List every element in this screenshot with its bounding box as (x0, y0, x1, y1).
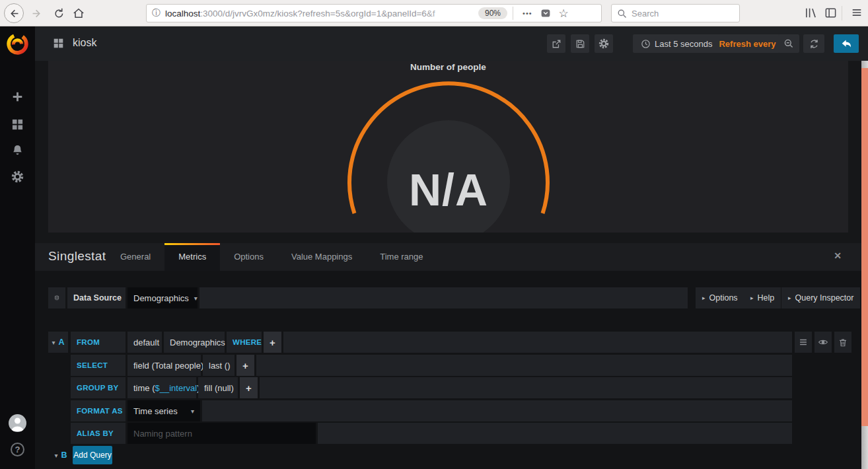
grafana-sidebar: ? (0, 26, 35, 469)
dashboard-grid-icon[interactable] (53, 38, 64, 52)
share-icon[interactable] (547, 34, 565, 53)
row-eye-icon[interactable] (814, 332, 832, 353)
tab-general[interactable]: General (106, 243, 164, 271)
refresh-interval-label: Refresh every 5s (719, 39, 787, 49)
chevron-right-icon: ▸ (702, 295, 705, 301)
alias-by-field[interactable] (127, 423, 316, 444)
create-plus-icon[interactable] (0, 85, 35, 108)
editor-heading: Singlestat (48, 249, 106, 264)
select-add-icon[interactable]: + (236, 355, 254, 376)
search-icon (617, 9, 627, 18)
chevron-down-icon: ▾ (54, 452, 57, 459)
from-label: FROM (71, 332, 126, 353)
from-filler (283, 332, 792, 353)
library-icon[interactable] (805, 7, 817, 22)
select-label: SELECT (71, 355, 126, 376)
settings-gear-icon[interactable] (595, 34, 613, 53)
select-filler (256, 355, 792, 376)
editor-tabs: General Metrics Options Value Mappings T… (106, 243, 437, 271)
format-as-filler (202, 400, 792, 421)
grafana-logo[interactable] (5, 32, 30, 56)
datasource-db-icon (48, 287, 65, 308)
back-to-dashboard-icon[interactable] (834, 34, 859, 53)
pocket-icon[interactable] (540, 8, 551, 18)
datasource-filler (199, 287, 688, 308)
group-by-add-icon[interactable]: + (240, 377, 258, 398)
query-inspector-button[interactable]: ▸ Query Inspector (781, 287, 860, 308)
dashboard-navbar: kiosk Last 5 seconds Refresh every 5s (35, 26, 868, 61)
sidebars-icon[interactable] (824, 7, 837, 22)
chevron-down-icon: ▾ (52, 339, 55, 346)
zoom-out-icon[interactable] (778, 34, 799, 53)
user-avatar[interactable] (9, 414, 26, 432)
time-picker[interactable]: Last 5 seconds Refresh every 5s (633, 34, 796, 53)
where-add-icon[interactable]: + (264, 332, 281, 353)
scrollbar-thumb[interactable] (861, 68, 868, 426)
dashboard-scroll-area: Number of people N/A Singlestat General … (35, 61, 868, 469)
search-input[interactable] (632, 9, 724, 18)
chevron-right-icon: ▸ (750, 295, 754, 301)
group-by-filler (260, 377, 792, 398)
row-menu-icon[interactable] (795, 332, 812, 353)
from-policy[interactable]: default (127, 332, 162, 353)
help-button[interactable]: ▸ Help (744, 287, 781, 308)
query-a-collapse[interactable]: ▾ A (48, 332, 68, 353)
group-by-fill[interactable]: fill (null) (198, 377, 238, 398)
bookmark-star-icon[interactable]: ☆ (559, 7, 569, 20)
query-ref-letter: A (59, 338, 65, 347)
chevron-down-icon: ▾ (194, 295, 198, 302)
clock-icon (641, 39, 651, 49)
reload-icon[interactable] (49, 3, 69, 23)
select-aggregation[interactable]: last () (203, 355, 235, 376)
browser-toolbar: ⓘ localhost:3000/d/jvrvGx0mz/kiosk?refre… (0, 0, 868, 26)
tab-time-range[interactable]: Time range (366, 243, 437, 271)
tab-value-mappings[interactable]: Value Mappings (277, 243, 366, 271)
chevron-right-icon: ▸ (788, 295, 791, 301)
browser-search[interactable] (611, 4, 740, 22)
format-as-label: FORMAT AS (71, 400, 126, 421)
add-query-button[interactable]: Add Query (73, 446, 112, 464)
format-as-select[interactable]: Time series ▾ (127, 400, 200, 421)
alias-by-input[interactable] (133, 429, 305, 439)
url-fade (423, 9, 476, 18)
grafana-app: ? kiosk Last 5 seconds Refresh every 5s (0, 26, 868, 469)
where-label[interactable]: WHERE (227, 332, 262, 353)
query-ref-letter: B (61, 451, 67, 460)
refresh-icon[interactable] (803, 34, 824, 53)
gauge-value: N/A (316, 164, 581, 215)
datasource-select[interactable]: Demographics ▾ (127, 287, 198, 308)
row-trash-icon[interactable] (834, 332, 851, 353)
configuration-gear-icon[interactable] (0, 165, 35, 188)
from-measurement[interactable]: Demographics (164, 332, 225, 353)
zoom-level-badge[interactable]: 90% (478, 7, 507, 19)
alias-by-label: ALIAS BY (71, 423, 126, 444)
site-info-icon[interactable]: ⓘ (152, 7, 161, 19)
tab-metrics[interactable]: Metrics (164, 243, 220, 271)
datasource-label: Data Source (67, 287, 126, 308)
forward-icon[interactable] (26, 3, 46, 23)
alerting-bell-icon[interactable] (0, 139, 35, 161)
dashboards-grid-icon[interactable] (0, 113, 35, 135)
dashboard-title[interactable]: kiosk (73, 37, 96, 49)
alias-by-filler (318, 423, 792, 444)
back-icon[interactable] (4, 3, 24, 23)
save-icon[interactable] (571, 34, 589, 53)
page-scrollbar[interactable] (861, 61, 868, 469)
page-actions-icon[interactable]: ••• (523, 9, 532, 17)
url-text: localhost:3000/d/jvrvGx0mz/kiosk?refresh… (165, 9, 476, 18)
group-by-time[interactable]: time ($__interval) (127, 377, 196, 398)
group-by-label: GROUP BY (71, 377, 126, 398)
menu-icon[interactable] (851, 7, 863, 21)
time-range-label: Last 5 seconds (655, 39, 712, 49)
close-editor-icon[interactable]: ✕ (834, 250, 842, 261)
help-icon[interactable]: ? (11, 443, 24, 456)
select-field[interactable]: field (Total people) (127, 355, 201, 376)
query-b-collapse[interactable]: ▾ B (48, 446, 68, 464)
panel-editor-header: Singlestat General Metrics Options Value… (35, 243, 868, 271)
home-icon[interactable] (69, 3, 89, 23)
tab-options[interactable]: Options (220, 243, 277, 271)
options-button[interactable]: ▸ Options (696, 287, 744, 308)
screen: ⓘ localhost:3000/d/jvrvGx0mz/kiosk?refre… (0, 0, 868, 469)
url-bar[interactable]: ⓘ localhost:3000/d/jvrvGx0mz/kiosk?refre… (146, 4, 602, 22)
singlestat-panel[interactable]: Number of people N/A (48, 61, 848, 233)
